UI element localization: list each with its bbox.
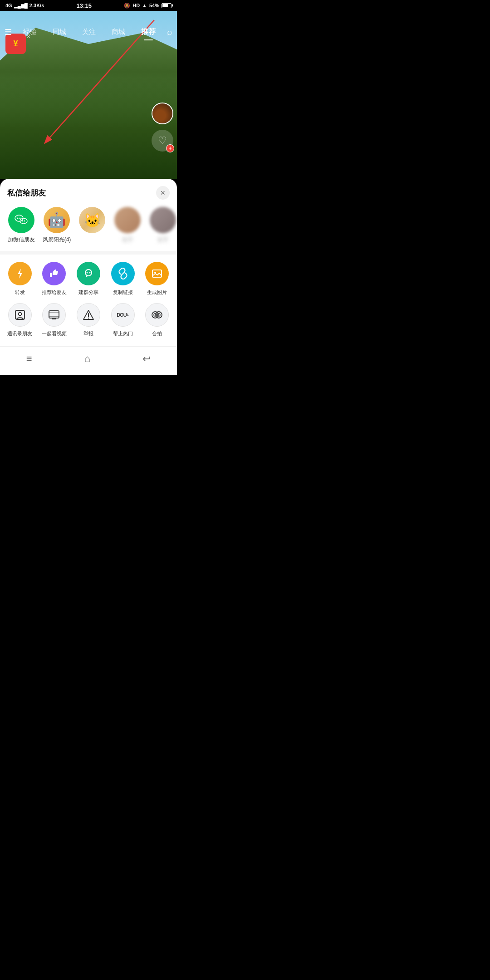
- trees-overlay: [0, 78, 177, 179]
- blurred2-avatar: 🧑: [150, 207, 176, 233]
- status-left: 4G ▂▄▆█ 2.3K/s: [5, 3, 44, 8]
- nav-home-button[interactable]: ⌂: [74, 351, 101, 367]
- svg-line-12: [121, 272, 125, 275]
- shengtu-icon-circle: [145, 262, 169, 285]
- friend1-avatar: 🤖: [44, 207, 70, 233]
- tongxun-icon-circle: [8, 303, 32, 327]
- sheet-header: 私信给朋友 ✕: [0, 179, 177, 203]
- chat-group-icon: [83, 268, 94, 279]
- dou-plus-icon: DOU+: [117, 312, 129, 318]
- svg-rect-18: [49, 312, 59, 317]
- fuzhi-label: 复制链接: [113, 289, 133, 296]
- zhuanfa-label: 转发: [15, 289, 25, 296]
- duet-icon: [151, 309, 163, 321]
- status-right: 🔕 HD ▲ 54%: [124, 3, 172, 9]
- warning-icon: [83, 309, 94, 321]
- menu-icon[interactable]: ☰: [5, 27, 12, 37]
- svg-point-7: [24, 220, 25, 222]
- svg-point-6: [22, 220, 23, 222]
- shengtu-label: 生成图片: [147, 289, 167, 296]
- thumbsup-icon: [48, 268, 60, 279]
- action-bangshang[interactable]: DOU+ 帮上热门: [107, 303, 139, 337]
- action-grid: 转发 推荐给朋友: [0, 255, 177, 341]
- fuzhi-icon-circle: [111, 262, 135, 285]
- hd-badge: HD: [132, 3, 140, 8]
- contact-friend1[interactable]: 🤖 风景阳光(4): [41, 207, 73, 244]
- follow-button[interactable]: +: [166, 144, 174, 152]
- action-jubao[interactable]: 举报: [72, 303, 105, 337]
- close-icon: ✕: [160, 189, 166, 196]
- svg-point-10: [86, 272, 88, 274]
- tab-tongcheng[interactable]: 同城: [53, 26, 66, 38]
- contact-wechat[interactable]: 加微信朋友: [5, 207, 37, 244]
- blurred1-label: 名字: [122, 236, 133, 244]
- avatar[interactable]: [152, 103, 173, 124]
- wifi-icon: ▲: [142, 3, 147, 8]
- network-speed: 2.3K/s: [29, 3, 44, 8]
- sheet-title: 私信给朋友: [7, 188, 46, 198]
- wechat-label: 加微信朋友: [8, 236, 35, 244]
- yiqi-label: 一起看视频: [42, 330, 67, 337]
- tongxun-label: 通讯录朋友: [7, 330, 32, 337]
- action-jianqun[interactable]: 建群分享: [72, 262, 105, 296]
- action-hepai[interactable]: 合拍: [141, 303, 173, 337]
- action-zhuanfa[interactable]: 转发: [4, 262, 36, 296]
- search-icon[interactable]: ⌕: [167, 27, 172, 37]
- action-tuijian[interactable]: 推荐给朋友: [38, 262, 71, 296]
- avatar-image: [152, 103, 172, 123]
- tab-guanzhu[interactable]: 关注: [82, 26, 96, 38]
- nav-tabs: 经验 同城 关注 商城 推荐: [15, 25, 163, 39]
- section-divider: [0, 251, 177, 255]
- blurred1-avatar: 🧑: [114, 207, 141, 233]
- tuijian-icon-circle: [42, 262, 66, 285]
- wechat-logo-icon: [14, 212, 29, 228]
- signal-bars: ▂▄▆█: [14, 3, 28, 8]
- image-icon: [151, 268, 163, 279]
- bottom-nav: ≡ ⌂ ↩: [0, 346, 177, 371]
- friend2-avatar: 🐱: [79, 207, 105, 233]
- action-fuzhi[interactable]: 复制链接: [107, 262, 139, 296]
- jianqun-icon-circle: [77, 262, 100, 285]
- svg-point-4: [20, 218, 21, 219]
- tab-tuijian[interactable]: 推荐: [141, 25, 156, 39]
- svg-point-26: [154, 314, 157, 316]
- contacts-row: 加微信朋友 🤖 风景阳光(4) 🐱 🧑 名字 🧑: [0, 203, 177, 251]
- contact-blurred1[interactable]: 🧑 名字: [112, 207, 143, 244]
- svg-point-11: [89, 272, 90, 274]
- tuijian-label: 推荐给朋友: [42, 289, 67, 296]
- nav-back-button[interactable]: ↩: [132, 351, 162, 367]
- svg-point-23: [88, 318, 89, 318]
- nav-bar: ☰ 经验 同城 关注 商城 推荐 ⌕: [0, 22, 177, 42]
- hepai-icon-circle: [145, 303, 169, 327]
- link-icon: [117, 268, 129, 279]
- bangshang-label: 帮上热门: [113, 330, 133, 337]
- app-container: 4G ▂▄▆█ 2.3K/s 13:15 🔕 HD ▲ 54%: [0, 0, 177, 375]
- contact-friend2[interactable]: 🐱: [76, 207, 108, 244]
- time-display: 13:15: [77, 2, 92, 9]
- tab-shangcheng[interactable]: 商城: [112, 26, 125, 38]
- action-shengtu[interactable]: 生成图片: [141, 262, 173, 296]
- battery-percent: 54%: [149, 3, 159, 8]
- avatar-container: + ♡: [152, 103, 173, 152]
- bangshang-icon-circle: DOU+: [111, 303, 135, 327]
- svg-point-9: [85, 270, 92, 276]
- zhuanfa-icon-circle: [8, 262, 32, 285]
- jianqun-label: 建群分享: [78, 289, 98, 296]
- sheet-close-button[interactable]: ✕: [156, 186, 170, 200]
- hepai-label: 合拍: [152, 330, 162, 337]
- friend1-label: 风景阳光(4): [43, 236, 71, 244]
- cat-icon: 🐱: [79, 207, 105, 233]
- svg-point-16: [18, 313, 21, 316]
- action-tongxun[interactable]: 通讯录朋友: [4, 303, 36, 337]
- contacts-icon: [14, 309, 26, 321]
- video-area: ☰ 经验 同城 关注 商城 推荐 ⌕ ✕ + ♡: [0, 11, 177, 179]
- wechat-avatar: [8, 207, 34, 233]
- svg-point-3: [17, 218, 19, 219]
- notification-bell-icon: 🔕: [124, 3, 130, 9]
- jubao-label: 举报: [83, 330, 93, 337]
- tab-jingyan[interactable]: 经验: [23, 26, 37, 38]
- nav-menu-button[interactable]: ≡: [15, 351, 43, 367]
- blurred2-label: 名字: [157, 236, 168, 244]
- action-yiqi[interactable]: 一起看视频: [38, 303, 71, 337]
- contact-blurred2[interactable]: 🧑 名字: [147, 207, 177, 244]
